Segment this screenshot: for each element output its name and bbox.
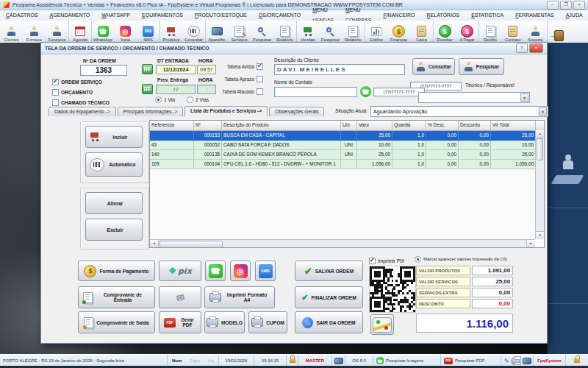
print-pix-checkbox[interactable]: Imprimir PIX [369,257,404,264]
pesquisar-button[interactable]: Pesquisar [459,58,504,75]
forma-de-pagamento-button[interactable]: $Forma de Pagamento [78,261,155,281]
horizontal-scrollbar[interactable]: ◄► [150,239,535,247]
toolbar-suporte[interactable]: Suporte [524,21,547,43]
via-radio-1-via[interactable]: 1 Via [155,96,175,103]
comprovante-de-saida-button[interactable]: Comprovante de Saida [78,311,155,333]
menu-item-equipamentos[interactable]: EQUIPAMENTOS [136,10,189,21]
envelope-icon-button[interactable]: ✉ [159,286,201,308]
print-values-radio[interactable]: Marcar aparecer valores Impressão da OS [415,255,506,263]
tab-dados-do-equipamento[interactable]: Dados do Equipamento -> [49,107,116,116]
excluir-button[interactable]: Excluir [85,219,143,241]
status-search-images[interactable]: ☎Pesquisar Imagens [373,355,441,367]
column-header-referencia[interactable]: Referencia [150,121,194,130]
modelo-button[interactable]: MODELO [204,311,245,333]
toolbar-recibo[interactable]: Recibo [478,21,501,43]
pix-icon-button[interactable]: ❖pix [159,261,201,281]
salvar-ordem-button[interactable]: ✔SALVAR ORDEM [295,261,363,281]
tab-lista-de-produtos-e-servicos[interactable]: Lista de Produtos e Serviços -> [184,106,268,116]
table-row[interactable]: 140000135CAIXA DE SOM KEMEX BRANCO PÉROL… [150,150,544,160]
toolbar-relatorio[interactable]: Relatório [273,21,296,43]
menu-item-os-orcamento[interactable]: OS/ORÇAMENTO [253,10,306,21]
automatico-button[interactable]: Automático [85,152,143,177]
toolbar-receber[interactable]: $Receber [433,21,456,43]
menu-item-relatorios[interactable]: RELATÓRIOS [421,10,466,21]
toolbar-a-pagar[interactable]: $A Pagar [456,21,478,43]
phone2-field[interactable]: (77)77777-7777 [373,88,425,96]
toolbar-sms[interactable]: SMSSMS [137,21,159,43]
toolbar-insta[interactable]: ◎Insta [114,21,137,43]
column-header-valor[interactable]: Valor [357,121,392,130]
toolbar-clientes[interactable]: Clientes [0,21,23,43]
column-header-descricao-do-produto[interactable]: Descrição do Produto [222,121,341,130]
toolbar-aparelho[interactable]: Aparelho [205,21,228,43]
finalizar-ordem-button[interactable]: ✔FINALIZAR ORDEM [295,286,363,308]
menu-item-estatistica[interactable]: ESTATISTICA [465,10,509,21]
minimize-button[interactable]: – [547,1,559,10]
situacao-combo[interactable]: Aguardando Aprovação [370,106,548,117]
toolbar-pesquisar[interactable]: Pesquisar [251,21,273,43]
menu-item-ferramentas[interactable]: FERRAMENTAS [509,10,559,21]
toolbar-grafico[interactable]: Gráfico [365,21,387,43]
status-search-pdf[interactable]: PDFPesquisar PDF [441,355,501,367]
column-header-uni[interactable]: Uni [341,121,357,130]
close-button[interactable]: × [573,1,585,10]
tab-principais-informacoes[interactable]: Principais Informações -> [118,107,184,116]
entry-date-field[interactable]: 11/12/2024 [156,65,196,74]
instagram-icon-button[interactable]: ◎ [230,261,251,281]
ordertype-ordem-servico[interactable]: ORDEM SERVIÇO [52,78,110,85]
pricetable-tabela-avista[interactable]: Tabela Avista [212,63,263,70]
delivery-date-calendar-button[interactable] [142,84,153,94]
table-row[interactable]: 109000104CPU CEL 1.6 - HD80 - 512 - DVDR… [150,160,544,169]
consultar-button[interactable]: Consultar [412,58,455,75]
toolbar-servicos[interactable]: Serviços [228,21,251,43]
toolbar-funciona[interactable]: Funciona [46,21,68,43]
client-name-field[interactable]: DAVI MEIRELLES [274,64,405,75]
toolbar-contrato[interactable]: Contrato [501,21,524,43]
alterar-button[interactable]: Alterar [85,192,143,214]
menu-item-agendamento[interactable]: AGENDAMENTO [44,10,96,21]
tab-observacoes-gerais[interactable]: Observações Gerais [269,107,324,116]
table-row[interactable]: 43000052CABO SATA FORÇA E DADOSUNI10,001… [150,141,544,150]
dialog-help-button[interactable]: ? [516,43,528,53]
column-header-desconto[interactable]: Desconto [459,121,491,130]
pricetable-tabela-atacado[interactable]: Tabela Atacado [212,88,263,95]
comprovante-de-entrada-button[interactable]: Comprovante de Entrada [78,286,155,308]
column-header-quantia[interactable]: Quantia [392,121,426,130]
vertical-scrollbar[interactable]: ▲▼ [535,130,544,239]
toolbar-fornece[interactable]: Fornece [23,21,46,43]
menu-item-whatsapp[interactable]: WHATSAPP [96,10,136,21]
toolbar-agenda[interactable]: Agenda [68,21,91,43]
toolbar-exit-door-icon[interactable] [547,21,570,43]
imprimir-formato-a4-button[interactable]: Imprimir Formato A4 [204,286,275,308]
whatsapp-icon-button[interactable]: ☎ [205,261,226,281]
via-radio-2-vias[interactable]: 2 Vias [187,96,209,103]
menu-item-ajuda[interactable]: AJUDA [560,10,588,21]
map-button[interactable] [370,314,394,335]
menu-item-cadastros[interactable]: CADASTROS [0,10,44,21]
sair-da-ordem-button[interactable]: →SAIR DA ORDEM [295,311,363,333]
status-tools[interactable]: ✎ [501,355,534,367]
toolbar-consultar[interactable]: Consultar [182,21,205,43]
cupom-button[interactable]: CUPOM [248,311,287,333]
toolbar-caixa[interactable]: Caixa [410,21,433,43]
toolbar-relatorio[interactable]: Relatório [342,21,365,43]
whatsapp-contact-icon[interactable]: ☎ [360,86,371,97]
menu-item-produto-estoque[interactable]: PRODUTO/ESTOQUE [189,10,253,21]
column-header-vlr-total[interactable]: Vlr Total [491,121,536,130]
dialog-close-button[interactable]: × [529,43,543,53]
sms-icon-button[interactable]: SMS [255,261,276,281]
toolbar-financas[interactable]: $Finanças [387,21,410,43]
column-header-desc[interactable]: % Desc. [426,121,459,130]
maximize-button[interactable]: ❐ [560,1,572,10]
toolbar-produtos[interactable]: Produtos [159,21,182,43]
gerar-pdf-button[interactable]: PDFGerar PDF [159,311,201,333]
incluir-button[interactable]: Incluir [85,126,143,148]
toolbar-whatsapp[interactable]: ☎WhatsApp [91,21,114,43]
entry-date-calendar-button[interactable] [142,64,153,74]
delivery-date-field[interactable]: / / [156,85,196,94]
pricetable-tabela-aprazo[interactable]: Tabela Aprazo [212,76,263,82]
contact-field[interactable] [274,87,357,97]
ordertype-orcamento[interactable]: ORÇAMENTO [52,88,110,96]
toolbar-vendas[interactable]: Vendas [296,21,319,43]
column-header-n[interactable]: Nº [194,121,222,130]
